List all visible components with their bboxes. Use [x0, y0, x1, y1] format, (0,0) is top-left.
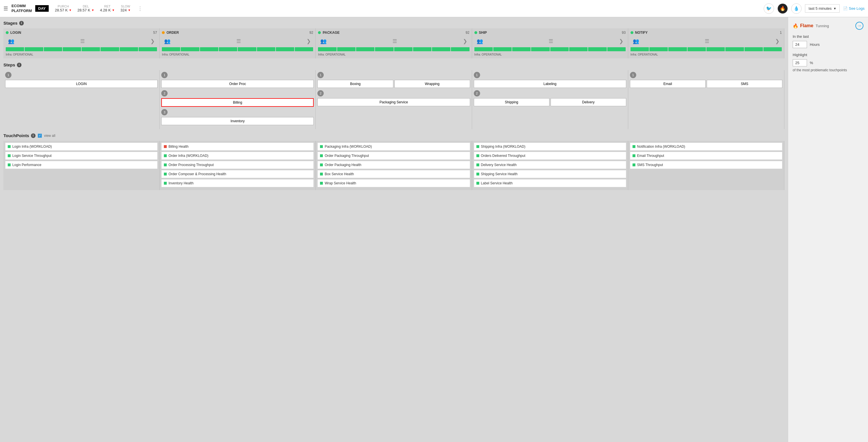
- health-bar: [44, 47, 62, 51]
- touchpoint-item[interactable]: Order Packaging Health: [317, 161, 470, 169]
- hamburger-menu[interactable]: ☰: [3, 5, 8, 12]
- tp-label: Order Infra (WORKLOAD): [168, 154, 208, 158]
- steps-col-package: 1BoxingWrapping2Packaging Service: [316, 70, 472, 129]
- tp-status-dot: [476, 145, 479, 148]
- touchpoint-item[interactable]: Email Throughput: [630, 152, 782, 160]
- time-range-dropdown[interactable]: last 5 minutes ▾: [805, 4, 840, 12]
- touchpoint-item[interactable]: Shipping Infra (WORKLOAD): [474, 142, 626, 150]
- metric-ret: RET 4.28 K▼: [100, 5, 115, 12]
- tp-label: Order Packaging Throughput: [324, 154, 369, 158]
- step-row: 2Billing: [161, 90, 314, 108]
- stages-info-icon[interactable]: i: [19, 21, 24, 26]
- step-btn-row: ShippingDelivery: [474, 98, 626, 107]
- panel-arrow-btn[interactable]: →: [856, 22, 863, 30]
- flame-icon-btn[interactable]: 🔥: [777, 3, 788, 14]
- health-bar: [295, 47, 313, 51]
- touchpoint-item[interactable]: Shipping Service Health: [474, 170, 626, 178]
- users-icon: 👥: [164, 38, 170, 44]
- stage-icons: 👥 ☰ ❯: [630, 37, 782, 45]
- flame-panel-title: 🔥 Flame: [793, 23, 813, 29]
- chevron-icon: ❯: [619, 38, 623, 44]
- health-bar: [181, 47, 199, 51]
- steps-col-login: 1LOGIN: [3, 70, 160, 129]
- see-logs-link[interactable]: 📄 See Logs: [843, 6, 865, 10]
- step-row: 1LOGIN: [5, 72, 158, 89]
- step-number: 1: [474, 72, 480, 78]
- view-all-label[interactable]: view all: [44, 134, 55, 138]
- step-button-billing[interactable]: Billing: [161, 98, 314, 107]
- health-bar: [550, 47, 569, 51]
- step-btn-row: Inventory: [161, 117, 314, 126]
- step-button-login[interactable]: LOGIN: [5, 80, 158, 88]
- touchpoint-item[interactable]: Order Processing Throughput: [161, 161, 314, 169]
- touchpoint-item[interactable]: Billing Health: [161, 142, 314, 150]
- touchpoint-item[interactable]: Login Infra (WORKLOAD): [5, 142, 158, 150]
- stage-col-notify: NOTIFY 1 👥 ☰ ❯ Infra: OPERATIONAL: [628, 28, 784, 58]
- stages-grid: LOGIN 57 👥 ☰ ❯ Infra: OPERATIONAL ORDER …: [3, 28, 784, 58]
- tp-label: Box Service Health: [324, 172, 354, 176]
- health-bars: [630, 47, 782, 51]
- stage-col-package: PACKAGE 92 👥 ☰ ❯ Infra: OPERATIONAL: [316, 28, 472, 58]
- touchpoint-item[interactable]: Notification Infra (WORKLOAD): [630, 142, 782, 150]
- step-button-email[interactable]: Email: [630, 80, 706, 88]
- view-all-checkbox[interactable]: [38, 134, 42, 138]
- tp-status-dot: [320, 182, 323, 185]
- tp-label: Login Performance: [12, 163, 41, 167]
- touchpoints-info-icon[interactable]: i: [31, 133, 35, 138]
- health-bar: [63, 47, 81, 51]
- step-button-boxing[interactable]: Boxing: [317, 80, 393, 88]
- step-btn-row: Order Proc: [161, 80, 314, 89]
- step-button-labeling[interactable]: Labeling: [474, 80, 626, 88]
- health-bar: [138, 47, 157, 51]
- stage-dot: [474, 31, 477, 34]
- step-button-inventory[interactable]: Inventory: [161, 117, 314, 125]
- touchpoint-item[interactable]: Order Composer & Processing Health: [161, 170, 314, 178]
- touchpoint-item[interactable]: Orders Delivered Throughput: [474, 152, 626, 160]
- step-button-packaging-service[interactable]: Packaging Service: [317, 98, 470, 106]
- tp-label: Order Composer & Processing Health: [168, 172, 226, 176]
- step-number: 2: [474, 90, 480, 97]
- touchpoint-item[interactable]: Order Packaging Throughput: [317, 152, 470, 160]
- step-button-shipping[interactable]: Shipping: [474, 98, 550, 106]
- touchpoint-item[interactable]: Packaging Infra (WORKLOAD): [317, 142, 470, 150]
- tp-status-dot: [320, 173, 323, 175]
- touchpoint-item[interactable]: Login Service Throughput: [5, 152, 158, 160]
- step-number: 2: [317, 90, 324, 97]
- step-number: 3: [161, 109, 167, 115]
- step-button-delivery[interactable]: Delivery: [551, 98, 626, 106]
- touchpoint-item[interactable]: Login Performance: [5, 161, 158, 169]
- touchpoint-item[interactable]: Label Service Health: [474, 179, 626, 187]
- touchpoint-item[interactable]: Box Service Health: [317, 170, 470, 178]
- health-bar: [337, 47, 355, 51]
- users-icon: 👥: [8, 38, 14, 44]
- step-button-wrapping[interactable]: Wrapping: [395, 80, 470, 88]
- metric-del: DEL 28.57 K▼: [78, 5, 94, 12]
- bird-icon-btn[interactable]: 🐦: [764, 3, 774, 14]
- touchpoint-item[interactable]: Order Infra (WORKLOAD): [161, 152, 314, 160]
- list-icon: ☰: [80, 38, 85, 44]
- highlight-input[interactable]: 25: [793, 59, 807, 66]
- step-number: 1: [317, 72, 324, 78]
- step-button-order-proc[interactable]: Order Proc: [161, 80, 314, 88]
- tp-label: Notification Infra (WORKLOAD): [637, 144, 685, 148]
- chevron-icon: ❯: [775, 38, 779, 44]
- health-bar: [607, 47, 626, 51]
- drop-icon-btn[interactable]: 💧: [791, 3, 802, 14]
- touchpoint-item[interactable]: SMS Throughput: [630, 161, 782, 169]
- tp-col-3: Shipping Infra (WORKLOAD)Orders Delivere…: [472, 141, 628, 190]
- health-bar: [238, 47, 256, 51]
- touchpoint-item[interactable]: Wrap Service Health: [317, 179, 470, 187]
- tp-label: Orders Delivered Throughput: [481, 154, 525, 158]
- app-header: ☰ ECOMM PLATFORM DAY PURCH 28.57 K▼ DEL …: [0, 0, 868, 17]
- health-bars: [474, 47, 626, 51]
- step-btn-row: Labeling: [474, 80, 626, 89]
- touchpoint-item[interactable]: Delivery Service Health: [474, 161, 626, 169]
- step-button-sms[interactable]: SMS: [707, 80, 782, 88]
- step-row: 1Labeling: [474, 72, 626, 89]
- steps-col-ship: 1Labeling2ShippingDelivery: [472, 70, 628, 129]
- more-options[interactable]: ⋮: [137, 5, 143, 12]
- touchpoint-item[interactable]: Inventory Health: [161, 179, 314, 187]
- steps-info-icon[interactable]: i: [17, 63, 22, 67]
- hours-input[interactable]: 24: [793, 41, 807, 48]
- health-bar: [413, 47, 431, 51]
